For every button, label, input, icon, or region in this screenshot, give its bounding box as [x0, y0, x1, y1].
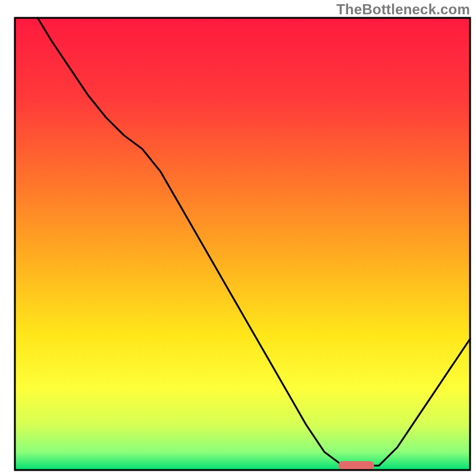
plot-background — [15, 18, 470, 470]
chart-stage: TheBottleneck.com — [0, 0, 476, 476]
chart-svg — [0, 0, 476, 476]
optimum-marker — [339, 461, 374, 470]
